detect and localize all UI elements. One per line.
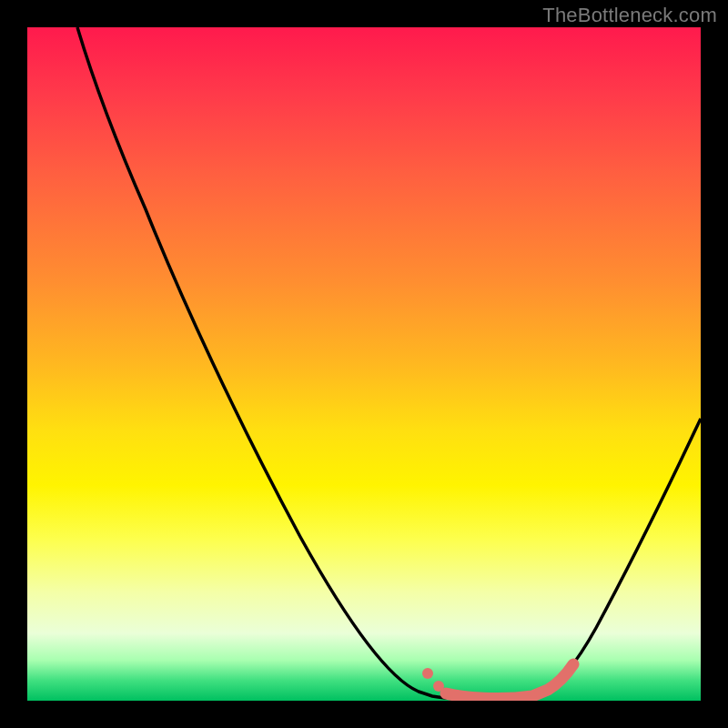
bottleneck-curve-path — [77, 27, 701, 700]
highlight-segment-path — [446, 664, 573, 699]
watermark-text: TheBottleneck.com — [542, 4, 717, 27]
highlight-dot-1 — [422, 668, 433, 679]
chart-frame: TheBottleneck.com — [0, 0, 728, 728]
curve-svg — [27, 27, 701, 701]
plot-area — [27, 27, 701, 701]
